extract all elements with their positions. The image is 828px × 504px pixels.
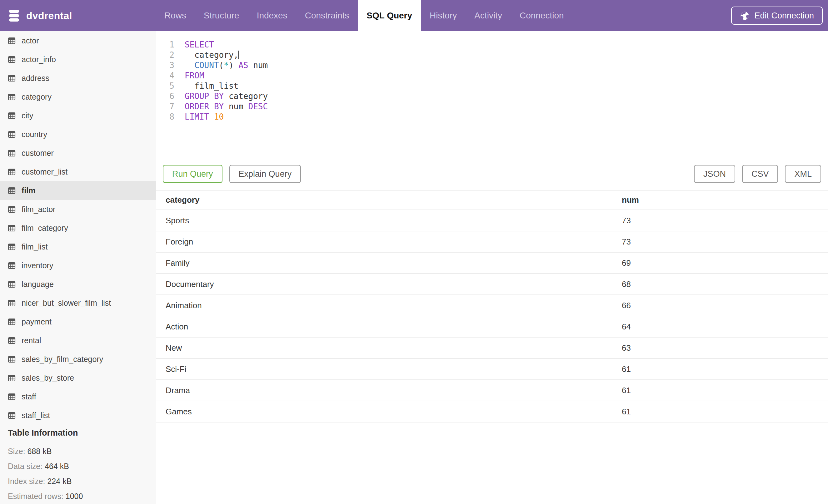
- table-row: Sports 73: [156, 210, 828, 231]
- table-grid-icon: [8, 75, 15, 82]
- sidebar-table-item[interactable]: payment: [0, 312, 156, 331]
- stat-value: 1000: [66, 492, 83, 501]
- code-token: SELECT: [185, 40, 214, 49]
- app-window: dvdrental Rows Structure Indexes Constra…: [0, 0, 828, 504]
- column-header-num: num: [622, 190, 828, 210]
- table-name: actor_info: [22, 55, 56, 64]
- edit-connection-button[interactable]: Edit Connection: [731, 7, 823, 25]
- sidebar-table-item[interactable]: actor_info: [0, 50, 156, 69]
- cell-category: Drama: [156, 380, 622, 401]
- nav-tab[interactable]: Activity: [465, 0, 511, 31]
- sidebar-table-item[interactable]: city: [0, 106, 156, 125]
- export-button[interactable]: XML: [785, 165, 821, 183]
- sidebar-table-item[interactable]: customer: [0, 144, 156, 163]
- table-grid-icon: [8, 149, 15, 157]
- cell-category: New: [156, 337, 622, 359]
- sidebar-table-item[interactable]: actor: [0, 31, 156, 50]
- nav-tab[interactable]: Constraints: [296, 0, 358, 31]
- page-body: actor actor_info: [0, 31, 828, 504]
- nav-tab[interactable]: Rows: [156, 0, 195, 31]
- top-navigation-bar: dvdrental Rows Structure Indexes Constra…: [0, 0, 828, 31]
- code-token: [234, 60, 239, 70]
- nav-tab[interactable]: Connection: [511, 0, 573, 31]
- export-buttons: JSON CSV XML: [694, 165, 821, 183]
- sidebar-table-item[interactable]: sales_by_film_category: [0, 350, 156, 368]
- cell-num: 69: [622, 252, 828, 274]
- table-row: Sci-Fi 61: [156, 359, 828, 380]
- cell-num: 73: [622, 231, 828, 252]
- sidebar-table-item[interactable]: category: [0, 87, 156, 106]
- cell-num: 64: [622, 316, 828, 337]
- table-information-section: Table Information Size: 688 kB Data size…: [0, 425, 156, 501]
- table-name: city: [22, 111, 33, 120]
- sidebar-table-item[interactable]: film: [0, 181, 156, 200]
- code-token: category,: [185, 50, 238, 60]
- table-row: Action 64: [156, 316, 828, 337]
- table-row: Foreign 73: [156, 231, 828, 252]
- stat-label: Index size:: [8, 477, 45, 486]
- code-line: 1 SELECT: [156, 40, 828, 50]
- nav-tab[interactable]: Indexes: [248, 0, 296, 31]
- table-name: customer_list: [22, 167, 68, 176]
- sidebar-table-item[interactable]: film_actor: [0, 200, 156, 219]
- table-info-stat: Data size: 464 kB: [8, 462, 150, 471]
- table-name: category: [22, 92, 51, 101]
- sidebar-table-item[interactable]: film_list: [0, 237, 156, 256]
- cell-category: Games: [156, 401, 622, 422]
- sidebar-table-item[interactable]: customer_list: [0, 163, 156, 181]
- database-icon: [8, 9, 20, 22]
- table-grid-icon: [8, 56, 15, 63]
- code-token: ): [229, 60, 234, 70]
- code-line: 4 FROM: [156, 71, 828, 81]
- globe-icon: [740, 11, 750, 20]
- table-grid-icon: [8, 206, 15, 213]
- table-grid-icon: [8, 243, 15, 250]
- sidebar-table-item[interactable]: film_category: [0, 219, 156, 237]
- line-number: 7: [156, 101, 174, 112]
- run-query-button[interactable]: Run Query: [163, 165, 222, 183]
- table-grid-icon: [8, 112, 15, 119]
- code-text: COUNT(*) AS num: [185, 60, 268, 71]
- sidebar-table-item[interactable]: staff_list: [0, 406, 156, 425]
- table-name: nicer_but_slower_film_list: [22, 299, 111, 308]
- table-grid-icon: [8, 168, 15, 176]
- line-number: 4: [156, 71, 174, 81]
- cell-category: Action: [156, 316, 622, 337]
- table-name: actor: [22, 36, 39, 45]
- sidebar-table-item[interactable]: language: [0, 275, 156, 293]
- nav-tab[interactable]: Structure: [195, 0, 248, 31]
- code-text: SELECT: [185, 40, 214, 50]
- nav-tab[interactable]: History: [421, 0, 465, 31]
- stat-label: Data size:: [8, 462, 42, 470]
- table-row: New 63: [156, 337, 828, 359]
- table-grid-icon: [8, 131, 15, 138]
- code-token: num: [224, 102, 248, 111]
- cell-category: Documentary: [156, 274, 622, 295]
- results-body: Sports 73 Foreign 73 Family 69: [156, 210, 828, 422]
- sidebar-table-item[interactable]: sales_by_store: [0, 368, 156, 387]
- query-actions-bar: Run Query Explain Query JSON CSV XML: [156, 156, 828, 190]
- database-brand: dvdrental: [0, 0, 156, 31]
- export-button[interactable]: CSV: [742, 165, 778, 183]
- sidebar-table-item[interactable]: nicer_but_slower_film_list: [0, 293, 156, 312]
- sidebar-table-item[interactable]: rental: [0, 331, 156, 350]
- cell-num: 66: [622, 295, 828, 316]
- code-text: film_list: [185, 81, 238, 91]
- explain-query-button[interactable]: Explain Query: [229, 165, 301, 183]
- code-text: FROM: [185, 71, 204, 81]
- sql-editor[interactable]: 1 SELECT 2 category, 3 COUNT(*) AS num: [156, 31, 828, 156]
- table-grid-icon: [8, 37, 15, 44]
- code-text: LIMIT 10: [185, 112, 224, 122]
- sidebar-table-item[interactable]: inventory: [0, 256, 156, 275]
- export-button[interactable]: JSON: [694, 165, 735, 183]
- sidebar-table-item[interactable]: address: [0, 69, 156, 87]
- cell-category: Animation: [156, 295, 622, 316]
- sidebar-table-item[interactable]: country: [0, 125, 156, 144]
- sidebar-table-item[interactable]: staff: [0, 387, 156, 406]
- code-token: *: [224, 60, 229, 70]
- nav-tab[interactable]: SQL Query: [358, 0, 421, 31]
- table-name: customer: [22, 149, 54, 158]
- table-info-stat: Estimated rows: 1000: [8, 492, 150, 501]
- cell-category: Sports: [156, 210, 622, 231]
- code-text: GROUP BY category: [185, 91, 268, 101]
